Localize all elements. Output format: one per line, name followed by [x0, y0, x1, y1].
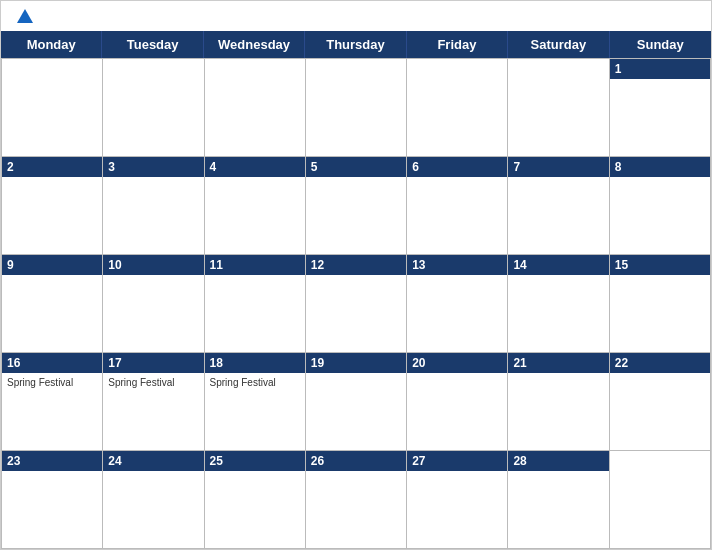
calendar-cell: 16Spring Festival: [2, 353, 103, 451]
cell-date: 20: [407, 353, 507, 373]
cell-date: 22: [610, 353, 710, 373]
calendar-cell: 0: [508, 59, 609, 157]
calendar-cell: 3: [103, 157, 204, 255]
cell-date: 14: [508, 255, 608, 275]
cell-date: 25: [205, 451, 305, 471]
cell-events: Spring Festival: [205, 373, 305, 392]
cell-date: 21: [508, 353, 608, 373]
calendar-cell: 18Spring Festival: [205, 353, 306, 451]
cell-date: 15: [610, 255, 710, 275]
calendar-cell: 0: [2, 59, 103, 157]
days-header: MondayTuesdayWednesdayThursdayFridaySatu…: [1, 31, 711, 58]
calendar-cell: 22: [610, 353, 711, 451]
calendar-cell: 17Spring Festival: [103, 353, 204, 451]
calendar-cell: 0: [205, 59, 306, 157]
day-header-friday: Friday: [407, 31, 508, 58]
calendar-cell: 0: [407, 59, 508, 157]
cell-date: 13: [407, 255, 507, 275]
calendar-cell: 13: [407, 255, 508, 353]
calendar-cell: 24: [103, 451, 204, 549]
calendar-cell: 21: [508, 353, 609, 451]
logo-triangle-icon: [17, 9, 33, 23]
calendar-cell: 15: [610, 255, 711, 353]
calendar-cell: 20: [407, 353, 508, 451]
calendar-cell: 0: [103, 59, 204, 157]
calendar-cell: 23: [2, 451, 103, 549]
calendar-cell: 28: [508, 451, 609, 549]
day-header-wednesday: Wednesday: [204, 31, 305, 58]
day-header-sunday: Sunday: [610, 31, 711, 58]
cell-events: Spring Festival: [2, 373, 102, 392]
day-header-tuesday: Tuesday: [102, 31, 203, 58]
calendar-cell: 8: [610, 157, 711, 255]
day-header-saturday: Saturday: [508, 31, 609, 58]
calendar-cell: 11: [205, 255, 306, 353]
calendar-container: MondayTuesdayWednesdayThursdayFridaySatu…: [0, 0, 712, 550]
cell-date: 26: [306, 451, 406, 471]
calendar-cell: 12: [306, 255, 407, 353]
cell-event: Spring Festival: [108, 376, 198, 389]
cell-date: 9: [2, 255, 102, 275]
cell-date: 6: [407, 157, 507, 177]
cell-date: 27: [407, 451, 507, 471]
cell-date: 10: [103, 255, 203, 275]
logo-blue-text: [17, 9, 36, 23]
cell-date: 2: [2, 157, 102, 177]
cell-date: 24: [103, 451, 203, 471]
cell-date: 28: [508, 451, 608, 471]
cell-date: 5: [306, 157, 406, 177]
cell-date: 8: [610, 157, 710, 177]
cell-date: 17: [103, 353, 203, 373]
day-header-thursday: Thursday: [305, 31, 406, 58]
cell-date: 16: [2, 353, 102, 373]
cell-date: 4: [205, 157, 305, 177]
calendar-cell: 9: [2, 255, 103, 353]
calendar-header: [1, 1, 711, 31]
cell-date: 7: [508, 157, 608, 177]
cell-date: 18: [205, 353, 305, 373]
calendar-grid: 00000012345678910111213141516Spring Fest…: [1, 58, 711, 549]
calendar-cell: 19: [306, 353, 407, 451]
cell-date: 19: [306, 353, 406, 373]
calendar-cell: 1: [610, 59, 711, 157]
cell-event: Spring Festival: [7, 376, 97, 389]
calendar-cell: 14: [508, 255, 609, 353]
cell-events: Spring Festival: [103, 373, 203, 392]
day-header-monday: Monday: [1, 31, 102, 58]
calendar-cell: 0: [610, 451, 711, 549]
cell-date: 23: [2, 451, 102, 471]
calendar-cell: 10: [103, 255, 204, 353]
calendar-cell: 27: [407, 451, 508, 549]
cell-event: Spring Festival: [210, 376, 300, 389]
logo: [17, 9, 36, 23]
calendar-cell: 26: [306, 451, 407, 549]
cell-date: 3: [103, 157, 203, 177]
calendar-cell: 2: [2, 157, 103, 255]
cell-date: 11: [205, 255, 305, 275]
calendar-cell: 7: [508, 157, 609, 255]
cell-date: 12: [306, 255, 406, 275]
calendar-cell: 4: [205, 157, 306, 255]
calendar-cell: 25: [205, 451, 306, 549]
calendar-cell: 0: [306, 59, 407, 157]
calendar-cell: 5: [306, 157, 407, 255]
calendar-cell: 6: [407, 157, 508, 255]
cell-date: 1: [610, 59, 710, 79]
